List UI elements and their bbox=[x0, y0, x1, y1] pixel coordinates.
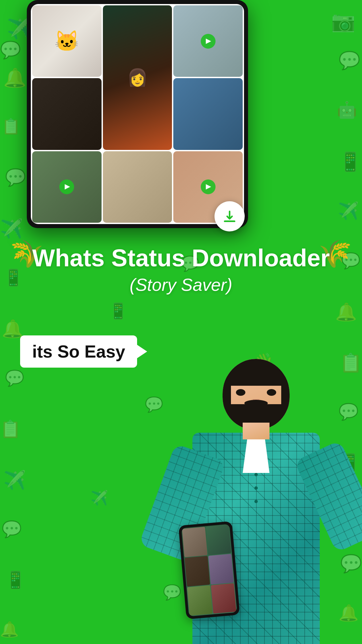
play-btn-couple[interactable] bbox=[201, 34, 216, 49]
doodle-6: ✈️ bbox=[0, 218, 23, 240]
person-head bbox=[223, 359, 290, 429]
mini-cell-5 bbox=[187, 585, 213, 616]
mini-cell-3 bbox=[185, 556, 210, 587]
hand-phone-screen bbox=[181, 524, 237, 616]
doodle-r5: ✈️ bbox=[338, 201, 359, 221]
grid-cell-couple bbox=[173, 5, 243, 77]
mini-cell-6 bbox=[211, 583, 236, 613]
page-root: ✈️ 💬 🔔 📋 💬 ✈️ 📱 🔔 💬 📋 ✈️ 💬 📱 🔔 📷 💬 🤖 📱 ✈… bbox=[0, 0, 362, 644]
person-area bbox=[0, 342, 362, 644]
play-btn-picnic[interactable] bbox=[59, 179, 74, 194]
download-button[interactable] bbox=[215, 201, 245, 231]
phone-mockup: 🐱 👩 bbox=[27, 0, 248, 228]
speech-bubble: its So Easy bbox=[20, 335, 137, 368]
doodle-3: 🔔 bbox=[3, 67, 26, 89]
grid-cell-mirror bbox=[103, 151, 172, 223]
doodle-8: 🔔 bbox=[2, 319, 23, 339]
main-title: Whats Status Downloader bbox=[20, 245, 342, 271]
person-neck bbox=[243, 423, 269, 439]
grid-cell-picnic bbox=[32, 151, 102, 223]
mini-cell-1 bbox=[182, 527, 207, 557]
play-btn-friends[interactable] bbox=[201, 179, 216, 194]
hand-phone bbox=[178, 521, 240, 620]
doodle-2: 💬 bbox=[0, 40, 21, 60]
doodle-m2: 📱 bbox=[109, 302, 128, 320]
doodle-r7: 🔔 bbox=[335, 302, 357, 322]
person-figure bbox=[162, 356, 350, 644]
grid-cell-sailor bbox=[173, 78, 243, 150]
doodle-r3: 🤖 bbox=[337, 101, 357, 119]
speech-bubble-text: its So Easy bbox=[32, 342, 125, 361]
grid-cell-cat: 🐱 bbox=[32, 5, 102, 77]
title-section: Whats Status Downloader (Story Saver) bbox=[0, 245, 362, 295]
doodle-r1: 📷 bbox=[331, 10, 355, 33]
doodle-r4: 📱 bbox=[339, 151, 362, 173]
grid-cell-man bbox=[32, 78, 102, 150]
doodle-5: 💬 bbox=[5, 168, 26, 187]
mini-cell-2 bbox=[206, 525, 231, 555]
doodle-r2: 💬 bbox=[339, 50, 360, 71]
grid-cell-woman-scarf: 👩 bbox=[103, 5, 172, 150]
subtitle: (Story Saver) bbox=[20, 275, 342, 295]
mini-cell-4 bbox=[208, 554, 234, 584]
download-arrow-icon bbox=[222, 209, 237, 224]
phone-screen: 🐱 👩 bbox=[31, 4, 244, 224]
doodle-4: 📋 bbox=[2, 117, 20, 135]
